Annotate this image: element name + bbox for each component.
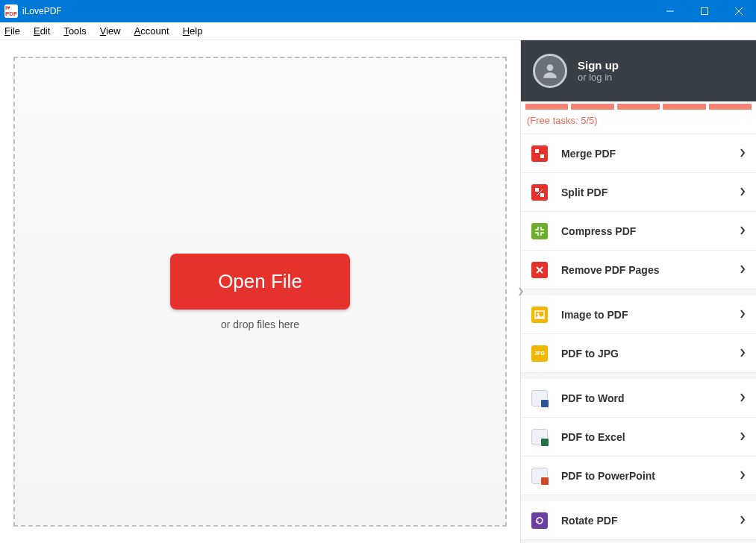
chevron-right-icon <box>740 514 746 527</box>
account-panel[interactable]: Sign up or log in <box>521 40 756 101</box>
chevron-right-icon <box>740 225 746 238</box>
dropzone[interactable]: Open File or drop files here <box>13 57 507 527</box>
menu-account[interactable]: Account <box>134 25 169 37</box>
powerpoint-icon <box>531 468 548 484</box>
chevron-right-icon <box>518 287 524 296</box>
signup-label: Sign up <box>578 59 619 72</box>
svg-rect-1 <box>702 8 708 15</box>
drop-hint: or drop files here <box>221 318 299 330</box>
tool-label: PDF to PowerPoint <box>561 470 740 482</box>
tool-label: Rotate PDF <box>561 515 740 527</box>
menu-help[interactable]: Help <box>183 25 203 37</box>
tool-image-to-pdf[interactable]: Image to PDF <box>521 295 756 334</box>
window-title: iLovePDF <box>22 6 62 16</box>
tool-label: Image to PDF <box>561 309 740 321</box>
merge-icon <box>531 145 548 162</box>
svg-rect-5 <box>535 149 539 153</box>
tool-label: Remove PDF Pages <box>561 264 740 276</box>
chevron-right-icon <box>740 430 746 444</box>
remove-icon <box>531 262 548 278</box>
chevron-right-icon <box>740 186 746 199</box>
chevron-right-icon <box>740 147 746 160</box>
close-icon <box>735 7 743 15</box>
avatar <box>533 54 567 88</box>
open-file-button[interactable]: Open File <box>170 254 350 310</box>
svg-rect-6 <box>540 154 544 158</box>
tool-label: Split PDF <box>561 186 740 198</box>
progress-segment <box>709 104 752 110</box>
svg-rect-8 <box>540 193 544 197</box>
tool-merge-pdf[interactable]: Merge PDF <box>521 134 756 173</box>
rotate-icon <box>531 512 548 529</box>
account-text: Sign up or log in <box>578 59 619 83</box>
tool-compress-pdf[interactable]: Compress PDF <box>521 212 756 251</box>
progress-segment <box>525 104 568 110</box>
progress-segment <box>617 104 660 110</box>
maximize-icon <box>701 7 708 15</box>
menu-file[interactable]: File <box>4 25 20 37</box>
tool-pdf-to-powerpoint[interactable]: PDF to PowerPoint <box>521 456 756 495</box>
tool-pdf-to-jpg[interactable]: JPG PDF to JPG <box>521 334 756 373</box>
tool-list[interactable]: Merge PDF Split PDF Compress PDF <box>521 134 756 543</box>
tool-rotate-pdf[interactable]: Rotate PDF <box>521 501 756 540</box>
maximize-button[interactable] <box>687 0 722 22</box>
tool-pdf-to-word[interactable]: PDF to Word <box>521 379 756 418</box>
tool-label: Compress PDF <box>561 225 740 237</box>
tool-label: Merge PDF <box>561 148 740 160</box>
tool-pdf-to-excel[interactable]: PDF to Excel <box>521 418 756 456</box>
menu-edit[interactable]: Edit <box>34 25 50 37</box>
chevron-right-icon <box>740 469 746 483</box>
svg-rect-7 <box>535 188 539 192</box>
chevron-right-icon <box>740 392 746 405</box>
menubar: File Edit Tools View Account Help <box>0 22 756 40</box>
free-tasks-label: (Free tasks: 5/5) <box>521 110 756 134</box>
svg-point-4 <box>547 64 554 71</box>
app-icon: I♥PDF <box>4 4 18 18</box>
jpg-icon: JPG <box>531 345 548 362</box>
minimize-icon <box>666 7 674 15</box>
tool-label: PDF to Word <box>561 392 740 404</box>
split-icon <box>531 184 548 201</box>
progress-segment <box>571 104 613 110</box>
image-icon <box>531 307 548 323</box>
sidebar-collapse-handle[interactable] <box>516 286 526 298</box>
dropzone-area: Open File or drop files here <box>0 40 520 543</box>
tool-label: PDF to Excel <box>561 431 740 443</box>
excel-icon <box>531 429 548 445</box>
close-button[interactable] <box>722 0 756 22</box>
menu-view[interactable]: View <box>100 25 121 37</box>
menu-tools[interactable]: Tools <box>63 25 86 37</box>
tool-remove-pages[interactable]: Remove PDF Pages <box>521 251 756 289</box>
titlebar: I♥PDF iLovePDF <box>0 0 756 22</box>
word-icon <box>531 390 548 407</box>
user-icon <box>540 61 560 81</box>
minimize-button[interactable] <box>653 0 687 22</box>
login-label: or log in <box>578 72 619 83</box>
chevron-right-icon <box>740 347 746 360</box>
progress-segment <box>663 104 705 110</box>
tool-split-pdf[interactable]: Split PDF <box>521 173 756 212</box>
task-progress <box>521 101 756 110</box>
sidebar: Sign up or log in (Free tasks: 5/5) Merg… <box>520 40 756 543</box>
tool-label: PDF to JPG <box>561 348 740 360</box>
chevron-right-icon <box>740 263 746 277</box>
compress-icon <box>531 223 548 239</box>
chevron-right-icon <box>740 308 746 321</box>
